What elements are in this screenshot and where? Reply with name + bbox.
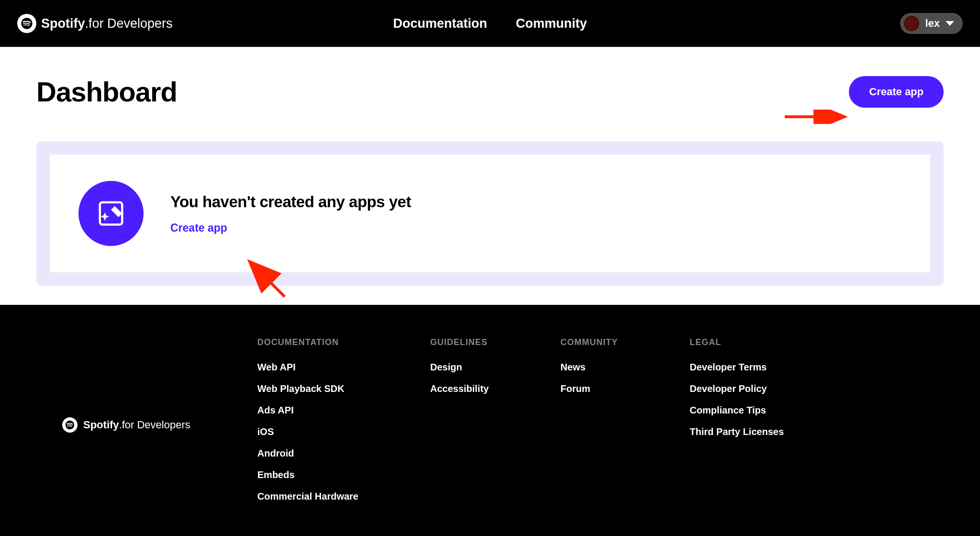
empty-state-text: You haven't created any apps yet Create … — [170, 193, 411, 234]
footer-column: COMMUNITYNewsForum — [560, 337, 618, 513]
spotify-icon — [17, 14, 36, 33]
user-name: lex — [925, 17, 940, 30]
main-content: Dashboard Create app You haven't created… — [0, 47, 980, 305]
create-app-button[interactable]: Create app — [849, 76, 944, 108]
footer-link[interactable]: Developer Terms — [690, 362, 784, 373]
nav-links: Documentation Community — [393, 16, 587, 31]
footer-link[interactable]: Android — [257, 448, 358, 459]
header: Spotify.for Developers Documentation Com… — [0, 0, 980, 47]
footer-link[interactable]: Commercial Hardware — [257, 491, 358, 502]
footer-column-title: DOCUMENTATION — [257, 337, 358, 347]
footer-link[interactable]: News — [560, 362, 618, 373]
nav-community[interactable]: Community — [516, 16, 587, 31]
footer-column: LEGALDeveloper TermsDeveloper PolicyComp… — [690, 337, 784, 513]
footer-link[interactable]: Embeds — [257, 469, 358, 480]
nav-documentation[interactable]: Documentation — [393, 16, 487, 31]
footer-link[interactable]: Compliance Tips — [690, 405, 784, 416]
footer-link[interactable]: iOS — [257, 426, 358, 437]
footer-link[interactable]: Web API — [257, 362, 358, 373]
empty-state-heading: You haven't created any apps yet — [170, 193, 411, 211]
logo-text: Spotify.for Developers — [41, 16, 173, 31]
empty-state-inner: You haven't created any apps yet Create … — [50, 155, 930, 272]
user-menu[interactable]: lex — [900, 13, 963, 34]
footer-logo-text: Spotify.for Developers — [83, 419, 190, 431]
logo[interactable]: Spotify.for Developers — [17, 14, 173, 33]
footer-link[interactable]: Accessibility — [430, 383, 489, 394]
chevron-down-icon — [946, 21, 954, 26]
footer-column-title: COMMUNITY — [560, 337, 618, 347]
create-app-icon — [78, 181, 144, 246]
footer-link[interactable]: Design — [430, 362, 489, 373]
footer: Spotify.for Developers DOCUMENTATIONWeb … — [0, 305, 980, 536]
footer-column-title: GUIDELINES — [430, 337, 489, 347]
footer-column: GUIDELINESDesignAccessibility — [430, 337, 489, 513]
footer-link[interactable]: Web Playback SDK — [257, 383, 358, 394]
page-title: Dashboard — [36, 76, 177, 108]
avatar — [904, 16, 919, 31]
footer-link[interactable]: Third Party Licenses — [690, 426, 784, 437]
footer-column-title: LEGAL — [690, 337, 784, 347]
footer-link[interactable]: Ads API — [257, 405, 358, 416]
footer-link[interactable]: Forum — [560, 383, 618, 394]
footer-columns: DOCUMENTATIONWeb APIWeb Playback SDKAds … — [257, 337, 784, 513]
footer-logo[interactable]: Spotify.for Developers — [62, 337, 190, 513]
create-app-link[interactable]: Create app — [170, 222, 227, 234]
empty-state-panel: You haven't created any apps yet Create … — [36, 141, 944, 286]
footer-column: DOCUMENTATIONWeb APIWeb Playback SDKAds … — [257, 337, 358, 513]
spotify-icon — [62, 417, 78, 433]
footer-link[interactable]: Developer Policy — [690, 383, 784, 394]
title-row: Dashboard Create app — [36, 76, 944, 108]
